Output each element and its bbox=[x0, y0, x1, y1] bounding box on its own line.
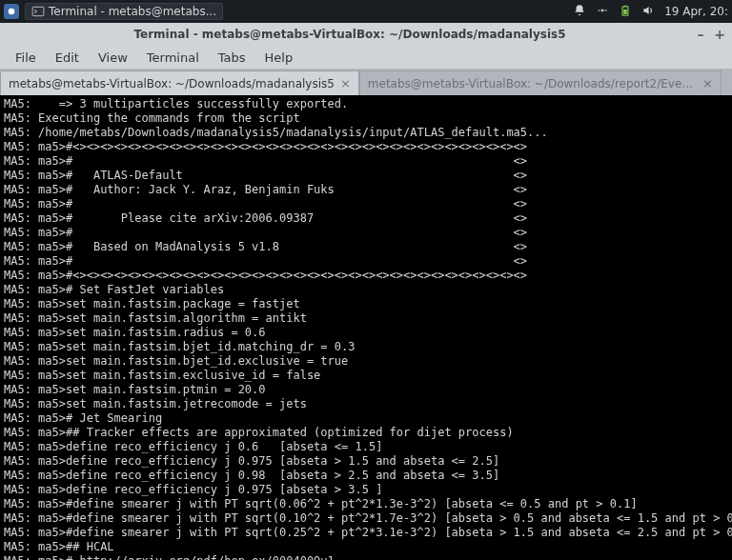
system-panel: Terminal - metabs@metabs... 19 Apr, 20: bbox=[0, 0, 732, 23]
terminal-line: MA5: ma5>set main.fastsim.radius = 0.6 bbox=[4, 326, 728, 340]
tab-label: metabs@metabs-VirtualBox: ~/Downloads/re… bbox=[368, 77, 697, 90]
terminal-line: MA5: ma5># <> bbox=[4, 254, 728, 269]
terminal-line: MA5: ma5># ATLAS-Default <> bbox=[4, 169, 728, 183]
terminal-line: MA5: ma5># Author: Jack Y. Araz, Benjami… bbox=[4, 183, 728, 197]
battery-icon[interactable] bbox=[619, 4, 632, 20]
terminal-line: MA5: ma5># <> bbox=[4, 197, 728, 211]
terminal-line: MA5: ma5>define reco_efficiency j 0.975 … bbox=[4, 483, 728, 497]
svg-point-0 bbox=[9, 9, 15, 15]
terminal-line: MA5: ma5>#define smearer j with PT sqrt(… bbox=[4, 511, 728, 526]
whisker-menu-icon[interactable] bbox=[4, 4, 19, 19]
terminal-line: MA5: ma5>set main.fastsim.ptmin = 20.0 bbox=[4, 383, 728, 397]
terminal-line: MA5: ma5>set main.fastsim.algorithm = an… bbox=[4, 311, 728, 326]
terminal-line: MA5: ma5>#<><><><><><><><><><><><><><><>… bbox=[4, 140, 728, 154]
terminal-line: MA5: ma5>set main.fastsim.bjet_id.exclus… bbox=[4, 354, 728, 369]
window-buttons: – + bbox=[694, 28, 726, 41]
terminal-line: MA5: ma5># Based on MadAnalysis 5 v1.8 <… bbox=[4, 240, 728, 254]
terminal-line: MA5: ma5>set main.fastsim.bjet_id.matchi… bbox=[4, 340, 728, 354]
terminal-line: MA5: ma5># http://arxiv.org/pdf/hep-ex/0… bbox=[4, 554, 728, 560]
network-icon[interactable] bbox=[596, 4, 609, 20]
terminal-line: MA5: ma5>define reco_efficiency j 0.98 [… bbox=[4, 469, 728, 483]
clock-label[interactable]: 19 Apr, 20: bbox=[664, 5, 728, 18]
tabbar: metabs@metabs-VirtualBox: ~/Downloads/ma… bbox=[0, 69, 732, 95]
close-icon[interactable]: × bbox=[702, 76, 713, 90]
terminal-line: MA5: ma5>set main.fastsim.exclusive_id =… bbox=[4, 369, 728, 383]
terminal-line: MA5: ma5>set main.fastsim.package = fast… bbox=[4, 297, 728, 311]
menu-view[interactable]: View bbox=[91, 49, 135, 67]
terminal-line: MA5: ma5>## Tracker effects are approxim… bbox=[4, 426, 728, 440]
menu-tabs[interactable]: Tabs bbox=[211, 49, 254, 67]
terminal-line: MA5: ma5>#define smearer j with PT sqrt(… bbox=[4, 526, 728, 540]
svg-rect-1 bbox=[32, 7, 44, 15]
terminal-tab-active[interactable]: metabs@metabs-VirtualBox: ~/Downloads/ma… bbox=[0, 70, 359, 95]
window-maximize-button[interactable]: + bbox=[713, 28, 726, 41]
terminal-line: MA5: ma5>define reco_efficiency j 0.975 … bbox=[4, 454, 728, 469]
terminal-line: MA5: ma5>#<><><><><><><><><><><><><><><>… bbox=[4, 269, 728, 283]
menu-help[interactable]: Help bbox=[257, 49, 301, 67]
menu-edit[interactable]: Edit bbox=[48, 49, 87, 67]
tab-label: metabs@metabs-VirtualBox: ~/Downloads/ma… bbox=[9, 77, 335, 90]
terminal-line: MA5: /home/metabs/Downloads/madanalysis5… bbox=[4, 126, 728, 140]
terminal-line: MA5: ma5># Please cite arXiv:2006.09387 … bbox=[4, 211, 728, 226]
taskbar-item-terminal[interactable]: Terminal - metabs@metabs... bbox=[25, 3, 223, 20]
window-minimize-button[interactable]: – bbox=[694, 28, 707, 41]
close-icon[interactable]: × bbox=[340, 76, 351, 90]
terminal-line: MA5: => 3 multiparticles successfully ex… bbox=[4, 97, 728, 111]
terminal-line: MA5: ma5># Set FastJet variables bbox=[4, 283, 728, 297]
terminal-icon bbox=[31, 5, 45, 18]
svg-rect-3 bbox=[624, 5, 626, 6]
terminal-output[interactable]: MA5: => 3 multiparticles successfully ex… bbox=[0, 95, 732, 560]
menu-terminal[interactable]: Terminal bbox=[139, 49, 207, 67]
terminal-line: MA5: ma5># <> bbox=[4, 154, 728, 169]
terminal-line: MA5: ma5># Jet Smearing bbox=[4, 411, 728, 426]
terminal-tab-inactive[interactable]: metabs@metabs-VirtualBox: ~/Downloads/re… bbox=[359, 70, 722, 95]
menu-file[interactable]: File bbox=[8, 49, 44, 67]
terminal-line: MA5: ma5>set main.fastsim.jetrecomode = … bbox=[4, 397, 728, 411]
panel-left: Terminal - metabs@metabs... bbox=[4, 3, 223, 20]
menubar: File Edit View Terminal Tabs Help bbox=[0, 46, 732, 69]
window-title: Terminal - metabs@metabs-VirtualBox: ~/D… bbox=[6, 28, 694, 41]
panel-right: 19 Apr, 20: bbox=[573, 4, 728, 20]
taskbar-item-label: Terminal - metabs@metabs... bbox=[49, 5, 216, 18]
terminal-line: MA5: ma5># <> bbox=[4, 226, 728, 240]
terminal-line: MA5: Executing the commands from the scr… bbox=[4, 111, 728, 126]
terminal-line: MA5: ma5>define reco_efficiency j 0.6 [a… bbox=[4, 440, 728, 454]
window-titlebar[interactable]: Terminal - metabs@metabs-VirtualBox: ~/D… bbox=[0, 23, 732, 46]
terminal-line: MA5: ma5>#define smearer j with PT sqrt(… bbox=[4, 497, 728, 511]
notification-icon[interactable] bbox=[573, 4, 586, 20]
volume-icon[interactable] bbox=[641, 4, 655, 20]
terminal-window: Terminal - metabs@metabs-VirtualBox: ~/D… bbox=[0, 23, 732, 560]
terminal-line: MA5: ma5>## HCAL bbox=[4, 540, 728, 554]
svg-rect-4 bbox=[623, 9, 627, 13]
